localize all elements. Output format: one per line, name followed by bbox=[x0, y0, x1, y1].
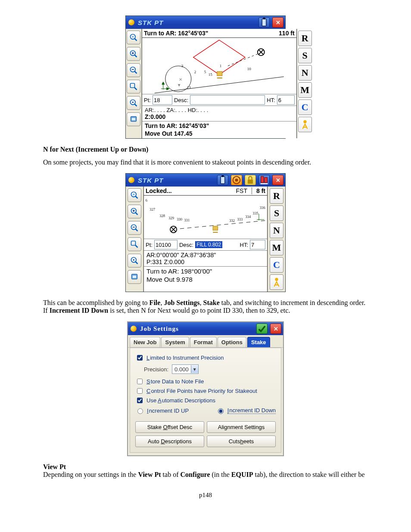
desc-input[interactable] bbox=[190, 95, 265, 105]
chk-auto-descriptions-box[interactable] bbox=[137, 398, 143, 403]
instr-1: Turn to AR: 198°00'00" bbox=[146, 268, 265, 276]
close-icon[interactable]: ✕ bbox=[270, 324, 281, 334]
instructions: Turn to AR: 162°45'03" Move Out 147.45 bbox=[142, 121, 296, 138]
page-number: p148 bbox=[43, 492, 368, 499]
zoom-out-icon[interactable] bbox=[128, 221, 141, 235]
target-icon[interactable] bbox=[231, 175, 242, 185]
heading-n-for-next: N for Next (Increment Up or Down) bbox=[43, 146, 368, 153]
svg-line-13 bbox=[135, 88, 137, 90]
tab-format[interactable]: Format bbox=[190, 337, 217, 347]
zoom-window-icon[interactable] bbox=[128, 237, 141, 251]
map-area[interactable]: 1 2 3 5 10 13 15 bbox=[142, 38, 296, 94]
zoom-in-icon[interactable] bbox=[128, 205, 141, 218]
main-column: Turn to AR: 162°45'03" 110 ft bbox=[142, 29, 297, 138]
svg-line-10 bbox=[135, 72, 137, 74]
instr-2: Move Out 147.45 bbox=[145, 130, 294, 138]
chk-control-priority-box[interactable] bbox=[137, 388, 143, 394]
zoom-window-icon[interactable] bbox=[127, 80, 140, 93]
svg-text:329: 329 bbox=[168, 216, 174, 220]
radio-increment-down-input[interactable] bbox=[218, 408, 224, 414]
tab-options[interactable]: Options bbox=[218, 337, 246, 347]
key-N[interactable]: N bbox=[298, 65, 312, 81]
zoom-in-icon[interactable] bbox=[127, 47, 140, 61]
battery-icon[interactable] bbox=[258, 17, 270, 28]
measurements: AR:0°00'00" ZA:87°36'38" P:331 Z:0.000 bbox=[144, 251, 267, 267]
key-R[interactable]: R bbox=[270, 188, 283, 204]
desc-label: Desc: bbox=[174, 97, 188, 103]
instr-2: Move Out 9.978 bbox=[146, 276, 265, 284]
chk-auto-descriptions[interactable]: Use Automatic Descriptions bbox=[135, 396, 276, 404]
svg-rect-1 bbox=[263, 18, 265, 19]
settings-icon[interactable] bbox=[127, 112, 140, 126]
z-line: Z:0.000 bbox=[145, 113, 294, 120]
chk-store-note-file[interactable]: Store Data to Note File bbox=[135, 377, 276, 386]
chk-limited-precision[interactable]: Limited to Instrument Precision bbox=[135, 354, 276, 362]
btn-stake-offset-desc[interactable]: Stake Offset Desc bbox=[135, 421, 204, 433]
key-C[interactable]: C bbox=[270, 257, 283, 273]
btn-auto-descriptions[interactable]: Auto Descriptions bbox=[135, 436, 204, 447]
desc-value[interactable]: FILL 0.802 bbox=[195, 241, 222, 248]
tab-new-job[interactable]: New Job bbox=[130, 337, 160, 347]
key-N[interactable]: N bbox=[270, 223, 283, 238]
key-R[interactable]: R bbox=[298, 31, 312, 46]
status-line: Locked... FST 8 ft bbox=[144, 187, 267, 196]
svg-line-3 bbox=[135, 39, 137, 41]
key-A[interactable] bbox=[270, 274, 283, 290]
ht-input[interactable] bbox=[250, 240, 265, 249]
svg-line-63 bbox=[136, 262, 138, 264]
ht-input[interactable] bbox=[277, 95, 295, 105]
svg-text:2: 2 bbox=[194, 70, 196, 74]
radio-increment-up-input[interactable] bbox=[137, 408, 143, 414]
pt-input[interactable] bbox=[153, 95, 172, 105]
lock-icon[interactable] bbox=[245, 175, 256, 185]
battery-icon[interactable] bbox=[217, 175, 228, 185]
key-M[interactable]: M bbox=[298, 82, 312, 98]
zoom-out-icon[interactable] bbox=[127, 63, 140, 77]
pt-input[interactable] bbox=[154, 240, 177, 249]
chevron-down-icon[interactable]: ▼ bbox=[191, 365, 198, 373]
svg-rect-43 bbox=[222, 175, 224, 177]
close-icon[interactable]: ✕ bbox=[272, 175, 283, 185]
meas-line: AR:0°00'00" ZA:87°36'38" bbox=[146, 252, 265, 258]
status-mid: FST bbox=[236, 187, 247, 194]
svg-point-16 bbox=[132, 102, 134, 103]
svg-rect-66 bbox=[133, 276, 136, 278]
zoom-extents-icon[interactable] bbox=[127, 31, 140, 44]
key-C[interactable]: C bbox=[298, 100, 312, 115]
svg-text:15: 15 bbox=[209, 72, 213, 77]
pt-label: Pt: bbox=[146, 242, 153, 248]
instructions: Turn to AR: 198°00'00" Move Out 9.978 bbox=[144, 267, 267, 285]
svg-marker-37 bbox=[162, 82, 165, 84]
desc-label: Desc: bbox=[179, 242, 193, 248]
tab-system[interactable]: System bbox=[161, 337, 189, 347]
precision-combo[interactable]: 0.000 ▼ bbox=[172, 364, 199, 374]
instrument-icon[interactable] bbox=[258, 175, 270, 185]
view-icon[interactable] bbox=[127, 96, 140, 110]
svg-point-64 bbox=[133, 259, 134, 261]
btn-alignment-settings[interactable]: Alignment Settings bbox=[207, 421, 276, 433]
pt-label: Pt: bbox=[144, 97, 151, 103]
radio-increment-down[interactable]: Increment ID Down bbox=[216, 407, 276, 414]
key-M[interactable]: M bbox=[270, 240, 283, 255]
chk-limited-precision-box[interactable] bbox=[137, 355, 143, 361]
svg-text:333: 333 bbox=[237, 217, 243, 221]
tab-stake[interactable]: Stake bbox=[247, 337, 270, 347]
ok-icon[interactable] bbox=[256, 324, 268, 334]
key-S[interactable]: S bbox=[270, 205, 283, 221]
close-icon[interactable]: ✕ bbox=[272, 17, 283, 28]
radio-increment-up[interactable]: Increment ID UP bbox=[135, 407, 189, 414]
key-A[interactable] bbox=[298, 117, 312, 132]
svg-rect-82 bbox=[213, 226, 218, 230]
svg-line-22 bbox=[228, 53, 260, 66]
status-line: Turn to AR: 162°45'03" 110 ft bbox=[142, 29, 296, 38]
chk-store-note-file-box[interactable] bbox=[137, 379, 143, 384]
btn-cutsheets[interactable]: Cutsheets bbox=[207, 436, 276, 447]
key-S[interactable]: S bbox=[298, 48, 312, 63]
left-toolbar bbox=[126, 187, 143, 292]
settings-icon[interactable] bbox=[128, 270, 141, 284]
map-area[interactable]: 6 327 328 329 330 331 332 333 334 335 33… bbox=[144, 196, 267, 239]
chk-control-priority[interactable]: Control File Points have Priority for St… bbox=[135, 387, 276, 395]
zoom-extents-icon[interactable] bbox=[128, 188, 141, 202]
view-icon[interactable] bbox=[128, 254, 141, 268]
svg-text:6: 6 bbox=[146, 198, 148, 202]
